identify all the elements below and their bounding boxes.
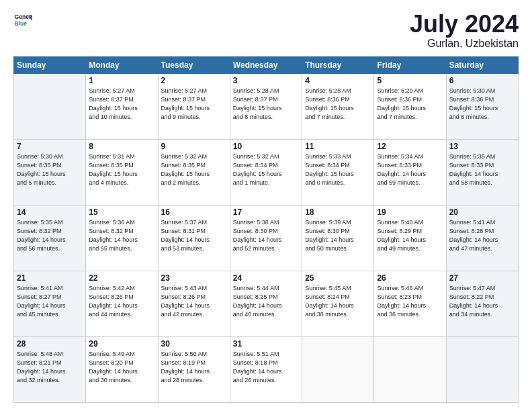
- calendar-cell: 29Sunrise: 5:49 AM Sunset: 8:20 PM Dayli…: [86, 336, 158, 402]
- day-number: 8: [89, 142, 154, 151]
- day-info: Sunrise: 5:48 AM Sunset: 8:21 PM Dayligh…: [17, 350, 83, 385]
- day-number: 11: [305, 142, 371, 151]
- day-number: 4: [305, 76, 371, 85]
- calendar-week-row: 21Sunrise: 5:41 AM Sunset: 8:27 PM Dayli…: [14, 271, 519, 336]
- weekday-header-sunday: Sunday: [14, 56, 86, 73]
- day-number: 20: [449, 208, 515, 217]
- day-number: 9: [161, 142, 227, 151]
- day-number: 6: [449, 76, 515, 85]
- day-info: Sunrise: 5:45 AM Sunset: 8:24 PM Dayligh…: [305, 284, 371, 319]
- day-info: Sunrise: 5:50 AM Sunset: 8:19 PM Dayligh…: [161, 350, 227, 385]
- calendar-cell: 27Sunrise: 5:47 AM Sunset: 8:22 PM Dayli…: [446, 271, 518, 336]
- day-info: Sunrise: 5:39 AM Sunset: 8:30 PM Dayligh…: [305, 218, 371, 253]
- day-info: Sunrise: 5:35 AM Sunset: 8:32 PM Dayligh…: [17, 218, 83, 253]
- day-info: Sunrise: 5:27 AM Sunset: 8:37 PM Dayligh…: [89, 87, 154, 122]
- calendar-cell: 13Sunrise: 5:35 AM Sunset: 8:33 PM Dayli…: [446, 139, 518, 205]
- day-number: 18: [305, 208, 371, 217]
- day-number: 1: [89, 76, 154, 85]
- day-info: Sunrise: 5:46 AM Sunset: 8:23 PM Dayligh…: [377, 284, 443, 319]
- calendar-cell: 24Sunrise: 5:44 AM Sunset: 8:25 PM Dayli…: [230, 271, 302, 336]
- weekday-header-thursday: Thursday: [302, 56, 374, 73]
- day-number: 27: [449, 273, 515, 283]
- day-info: Sunrise: 5:31 AM Sunset: 8:35 PM Dayligh…: [89, 152, 154, 187]
- calendar-cell: 18Sunrise: 5:39 AM Sunset: 8:30 PM Dayli…: [302, 205, 374, 271]
- weekday-header-tuesday: Tuesday: [158, 56, 230, 73]
- weekday-header-friday: Friday: [374, 56, 446, 73]
- calendar-cell: 16Sunrise: 5:37 AM Sunset: 8:31 PM Dayli…: [158, 205, 230, 271]
- logo-icon: General Blue: [13, 11, 32, 30]
- day-info: Sunrise: 5:49 AM Sunset: 8:20 PM Dayligh…: [89, 350, 154, 385]
- calendar-cell: 4Sunrise: 5:28 AM Sunset: 8:36 PM Daylig…: [302, 73, 374, 139]
- calendar-cell: 22Sunrise: 5:42 AM Sunset: 8:26 PM Dayli…: [86, 271, 158, 336]
- calendar-cell: [374, 336, 446, 402]
- day-info: Sunrise: 5:38 AM Sunset: 8:30 PM Dayligh…: [233, 218, 299, 253]
- day-info: Sunrise: 5:44 AM Sunset: 8:25 PM Dayligh…: [233, 284, 299, 319]
- calendar-cell: 15Sunrise: 5:36 AM Sunset: 8:32 PM Dayli…: [86, 205, 158, 271]
- day-info: Sunrise: 5:42 AM Sunset: 8:26 PM Dayligh…: [89, 284, 154, 319]
- weekday-header-saturday: Saturday: [446, 56, 518, 73]
- calendar-week-row: 14Sunrise: 5:35 AM Sunset: 8:32 PM Dayli…: [14, 205, 519, 271]
- day-number: 15: [89, 208, 154, 217]
- day-number: 26: [377, 273, 443, 283]
- weekday-header-row: SundayMondayTuesdayWednesdayThursdayFrid…: [14, 56, 519, 73]
- day-info: Sunrise: 5:30 AM Sunset: 8:36 PM Dayligh…: [449, 87, 515, 122]
- day-info: Sunrise: 5:27 AM Sunset: 8:37 PM Dayligh…: [161, 87, 227, 122]
- day-number: 25: [305, 273, 371, 283]
- day-number: 16: [161, 208, 227, 217]
- day-info: Sunrise: 5:32 AM Sunset: 8:35 PM Dayligh…: [161, 152, 227, 187]
- title-block: July 2024 Gurlan, Uzbekistan: [410, 11, 519, 50]
- calendar-cell: 3Sunrise: 5:28 AM Sunset: 8:37 PM Daylig…: [230, 73, 302, 139]
- calendar-cell: 14Sunrise: 5:35 AM Sunset: 8:32 PM Dayli…: [14, 205, 86, 271]
- day-number: 7: [17, 142, 83, 151]
- calendar-cell: 6Sunrise: 5:30 AM Sunset: 8:36 PM Daylig…: [446, 73, 518, 139]
- day-number: 29: [89, 339, 154, 349]
- day-info: Sunrise: 5:30 AM Sunset: 8:35 PM Dayligh…: [17, 152, 83, 187]
- day-info: Sunrise: 5:33 AM Sunset: 8:34 PM Dayligh…: [305, 152, 371, 187]
- svg-text:Blue: Blue: [15, 20, 28, 27]
- day-info: Sunrise: 5:36 AM Sunset: 8:32 PM Dayligh…: [89, 218, 154, 253]
- day-number: 19: [377, 208, 443, 217]
- day-number: 30: [161, 339, 227, 349]
- day-info: Sunrise: 5:41 AM Sunset: 8:27 PM Dayligh…: [17, 284, 83, 319]
- day-number: 3: [233, 76, 299, 85]
- day-number: 13: [449, 142, 515, 151]
- day-number: 2: [161, 76, 227, 85]
- day-number: 28: [17, 339, 83, 349]
- calendar-cell: 25Sunrise: 5:45 AM Sunset: 8:24 PM Dayli…: [302, 271, 374, 336]
- calendar-week-row: 28Sunrise: 5:48 AM Sunset: 8:21 PM Dayli…: [14, 336, 519, 402]
- day-info: Sunrise: 5:34 AM Sunset: 8:33 PM Dayligh…: [377, 152, 443, 187]
- day-info: Sunrise: 5:32 AM Sunset: 8:34 PM Dayligh…: [233, 152, 299, 187]
- calendar-cell: 9Sunrise: 5:32 AM Sunset: 8:35 PM Daylig…: [158, 139, 230, 205]
- calendar-subtitle: Gurlan, Uzbekistan: [410, 38, 519, 50]
- calendar-cell: 31Sunrise: 5:51 AM Sunset: 8:18 PM Dayli…: [230, 336, 302, 402]
- day-info: Sunrise: 5:35 AM Sunset: 8:33 PM Dayligh…: [449, 152, 515, 187]
- calendar-week-row: 7Sunrise: 5:30 AM Sunset: 8:35 PM Daylig…: [14, 139, 519, 205]
- page: General Blue July 2024 Gurlan, Uzbekista…: [0, 0, 532, 411]
- day-number: 24: [233, 273, 299, 283]
- logo: General Blue: [13, 11, 32, 30]
- day-info: Sunrise: 5:51 AM Sunset: 8:18 PM Dayligh…: [233, 350, 299, 385]
- calendar-table: SundayMondayTuesdayWednesdayThursdayFrid…: [13, 56, 519, 403]
- calendar-cell: 30Sunrise: 5:50 AM Sunset: 8:19 PM Dayli…: [158, 336, 230, 402]
- day-number: 14: [17, 208, 83, 217]
- day-number: 12: [377, 142, 443, 151]
- day-info: Sunrise: 5:41 AM Sunset: 8:28 PM Dayligh…: [449, 218, 515, 253]
- calendar-cell: 11Sunrise: 5:33 AM Sunset: 8:34 PM Dayli…: [302, 139, 374, 205]
- calendar-cell: 28Sunrise: 5:48 AM Sunset: 8:21 PM Dayli…: [14, 336, 86, 402]
- calendar-title: July 2024: [410, 11, 519, 38]
- calendar-cell: [14, 73, 86, 139]
- day-number: 21: [17, 273, 83, 283]
- calendar-cell: 10Sunrise: 5:32 AM Sunset: 8:34 PM Dayli…: [230, 139, 302, 205]
- calendar-cell: 23Sunrise: 5:43 AM Sunset: 8:26 PM Dayli…: [158, 271, 230, 336]
- day-info: Sunrise: 5:40 AM Sunset: 8:29 PM Dayligh…: [377, 218, 443, 253]
- calendar-cell: 26Sunrise: 5:46 AM Sunset: 8:23 PM Dayli…: [374, 271, 446, 336]
- calendar-cell: 17Sunrise: 5:38 AM Sunset: 8:30 PM Dayli…: [230, 205, 302, 271]
- weekday-header-monday: Monday: [86, 56, 158, 73]
- header: General Blue July 2024 Gurlan, Uzbekista…: [13, 11, 519, 50]
- day-info: Sunrise: 5:29 AM Sunset: 8:36 PM Dayligh…: [377, 87, 443, 122]
- calendar-cell: 1Sunrise: 5:27 AM Sunset: 8:37 PM Daylig…: [86, 73, 158, 139]
- calendar-cell: 20Sunrise: 5:41 AM Sunset: 8:28 PM Dayli…: [446, 205, 518, 271]
- day-info: Sunrise: 5:47 AM Sunset: 8:22 PM Dayligh…: [449, 284, 515, 319]
- calendar-cell: 12Sunrise: 5:34 AM Sunset: 8:33 PM Dayli…: [374, 139, 446, 205]
- calendar-cell: [302, 336, 374, 402]
